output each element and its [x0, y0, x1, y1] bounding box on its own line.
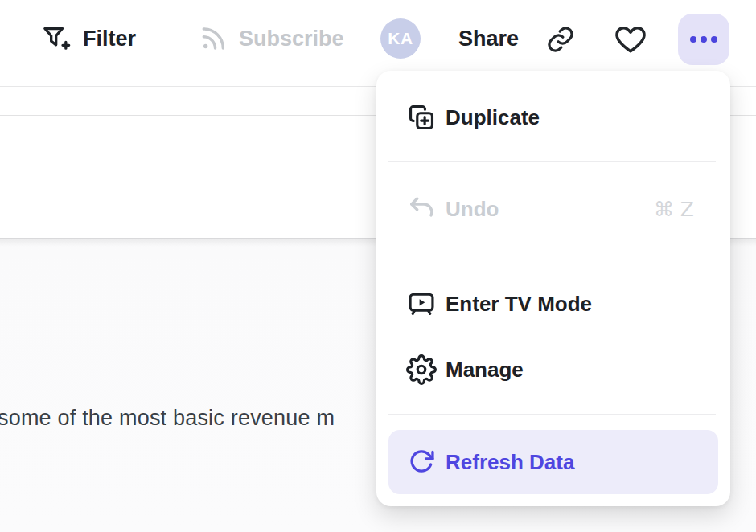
more-options-button[interactable]	[678, 14, 729, 65]
menu-item-label: Undo	[446, 197, 499, 222]
paragraph-text: some of the most basic revenue m	[0, 404, 335, 432]
dropdown-menu: Duplicate Undo ⌘ Z Enter TV M	[376, 71, 730, 506]
menu-item-undo: Undo ⌘ Z	[376, 185, 730, 233]
menu-item-label: Refresh Data	[446, 450, 574, 475]
share-button[interactable]: Share	[458, 13, 519, 64]
undo-icon	[406, 194, 437, 224]
filter-button[interactable]: Filter	[40, 13, 136, 64]
menu-divider	[388, 161, 716, 162]
link-icon	[545, 24, 576, 55]
menu-item-label: Duplicate	[446, 105, 540, 130]
subscribe-button[interactable]: Subscribe	[198, 13, 344, 64]
user-avatar[interactable]: KA	[380, 18, 421, 59]
subscribe-label: Subscribe	[239, 27, 344, 51]
copy-link-button[interactable]	[545, 23, 576, 56]
gear-icon	[406, 354, 437, 385]
menu-item-manage[interactable]: Manage	[376, 346, 730, 394]
menu-item-label: Manage	[446, 358, 524, 383]
heart-icon	[614, 23, 647, 56]
filter-plus-icon	[40, 23, 72, 55]
share-label: Share	[458, 27, 519, 51]
refresh-icon	[406, 447, 437, 477]
shortcut-label: ⌘ Z	[654, 198, 694, 221]
ellipsis-icon	[690, 36, 696, 43]
menu-divider	[388, 256, 716, 256]
app-window: some of the most basic revenue m Filter …	[0, 0, 756, 532]
menu-item-label: Enter TV Mode	[446, 292, 592, 317]
avatar-initials: KA	[388, 29, 413, 48]
rss-icon	[198, 23, 228, 54]
menu-item-duplicate[interactable]: Duplicate	[376, 93, 730, 141]
menu-item-enter-tv-mode[interactable]: Enter TV Mode	[376, 280, 730, 328]
duplicate-icon	[406, 102, 437, 133]
menu-item-refresh-data[interactable]: Refresh Data	[388, 430, 718, 494]
filter-label: Filter	[83, 27, 136, 51]
favorite-button[interactable]	[614, 22, 647, 57]
menu-divider	[388, 414, 716, 415]
tv-icon	[406, 289, 437, 319]
